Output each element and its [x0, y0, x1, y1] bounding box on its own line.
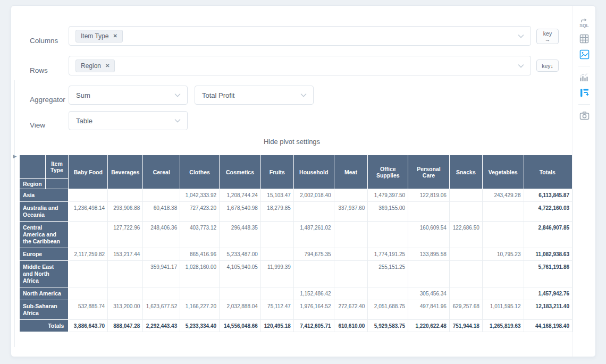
pivot-value-cell: 1,166,227.20 [180, 300, 220, 320]
toolbar-divider [578, 66, 590, 66]
pivot-value-cell [482, 202, 524, 222]
pivot-value-cell [293, 261, 334, 287]
pivot-row-total-cell: 5,761,191.86 [524, 261, 573, 287]
pivot-value-cell: 2,002,018.40 [293, 189, 334, 202]
chevron-down-icon [300, 91, 307, 99]
pivot-row-total-cell: 2,846,907.85 [524, 222, 573, 248]
pivot-column-total-cell: 2,292,443.43 [143, 320, 180, 332]
pivot-column-header: Office Supplies [368, 155, 408, 189]
pivot-value-cell: 248,406.36 [143, 222, 180, 248]
columns-tag-item-type[interactable]: Item Type ✕ [75, 30, 123, 43]
arrow-down-icon: ↓ [551, 63, 553, 69]
pivot-value-cell [220, 287, 261, 300]
remove-tag-icon[interactable]: ✕ [105, 63, 110, 69]
view-label: View [30, 121, 45, 129]
pivot-value-cell: 1,976,164.52 [293, 300, 334, 320]
pivot-row-label: Sub-Saharan Africa [20, 300, 69, 320]
pivot-value-cell: 122,819.06 [408, 189, 450, 202]
pivot-value-cell [482, 222, 524, 248]
pivot-value-cell: 337,937.60 [334, 202, 368, 222]
chevron-down-icon [518, 32, 524, 40]
pivot-value-cell: 1,042,333.92 [180, 189, 220, 202]
pivot-column-header: Vegetables [482, 155, 524, 189]
expand-panel-handle-icon[interactable]: ▶ [12, 153, 18, 160]
pivot-value-cell: 497,841.96 [408, 300, 450, 320]
pivot-value-cell [368, 222, 408, 248]
columns-sort-key-button[interactable]: key → [536, 29, 559, 44]
pivot-value-cell: 1,487,261.02 [293, 222, 334, 248]
columns-select[interactable]: Item Type ✕ [69, 26, 531, 46]
pivot-column-total-cell: 7,412,605.71 [293, 320, 334, 332]
pivot-value-cell: 10,795.23 [482, 248, 524, 261]
toolbar-divider [578, 104, 590, 105]
pivot-value-cell [449, 248, 482, 261]
arrow-right-icon: → [537, 37, 558, 43]
key-button-label: key [542, 63, 550, 69]
columns-tag-label: Item Type [81, 32, 108, 40]
pivot-value-cell: 1,774,191.25 [368, 248, 408, 261]
pivot-value-cell: 243,429.28 [482, 189, 524, 202]
pivot-value-cell: 15,103.47 [260, 189, 293, 202]
pivot-value-cell: 1,152,486.42 [293, 287, 334, 300]
pivot-table: Item TypeBaby FoodBeveragesCerealClothes… [19, 155, 573, 332]
chart-editor-icon[interactable] [578, 71, 590, 83]
aggregator-select[interactable]: Sum [69, 86, 188, 105]
svg-text:SQL: SQL [579, 23, 588, 28]
pivot-column-total-cell: 3,886,643.70 [69, 320, 108, 332]
pivot-value-cell: 629,257.68 [449, 300, 482, 320]
rows-select[interactable]: Region ✕ [69, 56, 531, 75]
chevron-down-icon [174, 117, 181, 125]
pivot-value-cell [180, 287, 220, 300]
visualization-toolbar: SQL [573, 6, 595, 357]
pivot-row-total-cell: 6,113,845.87 [524, 189, 573, 202]
pivot-value-cell: 1,028,160.00 [180, 261, 220, 287]
pivot-value-cell [334, 261, 368, 287]
table-view-icon[interactable] [578, 33, 590, 45]
pivot-value-cell: 160,609.54 [408, 222, 450, 248]
pivot-value-cell [143, 189, 180, 202]
pivot-value-cell: 60,418.38 [143, 202, 180, 222]
pivot-column-header: Clothes [180, 155, 220, 189]
visualization-view-icon[interactable] [578, 48, 590, 60]
pivot-value-cell: 153,217.44 [108, 248, 143, 261]
chevron-down-icon [518, 62, 524, 70]
rows-tag-label: Region [81, 62, 101, 70]
rows-sort-key-button[interactable]: key↓ [536, 60, 559, 72]
pivot-value-cell: 5,233,487.00 [220, 248, 261, 261]
pivot-value-cell: 1,011,595.12 [482, 300, 524, 320]
aggregator-field-value: Total Profit [202, 91, 234, 99]
pivot-row-total-cell: 12,183,211.40 [524, 300, 573, 320]
totals-column-header: Totals [524, 155, 573, 189]
remove-tag-icon[interactable]: ✕ [113, 33, 117, 39]
pivot-value-cell: 305,456.34 [408, 287, 450, 300]
pivot-value-cell: 4,105,940.05 [220, 261, 261, 287]
hide-pivot-settings-link[interactable]: Hide pivot settings [11, 138, 573, 146]
chevron-down-icon [174, 91, 181, 99]
pivot-value-cell [108, 189, 143, 202]
pivot-value-cell: 2,117,259.82 [69, 248, 108, 261]
pivot-value-cell [449, 287, 482, 300]
pivot-value-cell: 1,208,744.24 [220, 189, 261, 202]
sql-source-icon[interactable]: SQL [578, 18, 590, 29]
pivot-value-cell: 133,895.58 [408, 248, 450, 261]
pivot-value-cell [449, 189, 482, 202]
pivot-value-cell: 359,941.17 [143, 261, 180, 287]
pivot-row-label: North America [20, 287, 69, 300]
pivot-row-total-cell: 4,722,160.03 [524, 202, 573, 222]
pivot-value-cell: 272,672.40 [334, 300, 368, 320]
pivot-corner-cell [20, 155, 46, 179]
pivot-column-header: Baby Food [69, 155, 108, 189]
pivot-column-total-cell: 120,495.18 [260, 320, 293, 332]
pivot-value-cell: 1,236,498.14 [69, 202, 108, 222]
pivot-value-cell [408, 261, 450, 287]
pivot-editor-icon[interactable] [578, 87, 590, 98]
rows-tag-region[interactable]: Region ✕ [75, 60, 115, 72]
aggregator-field-select[interactable]: Total Profit [195, 86, 314, 105]
view-select[interactable]: Table [69, 111, 188, 130]
pivot-column-header: Beverages [108, 155, 143, 189]
totals-row-label: Totals [20, 320, 69, 332]
pivot-editor-panel: ▶ Columns Item Type ✕ key → Rows Region … [11, 5, 596, 357]
pivot-row-total-cell: 11,082,938.63 [524, 248, 573, 261]
camera-snapshot-icon[interactable] [578, 109, 590, 121]
pivot-value-cell [449, 261, 482, 287]
